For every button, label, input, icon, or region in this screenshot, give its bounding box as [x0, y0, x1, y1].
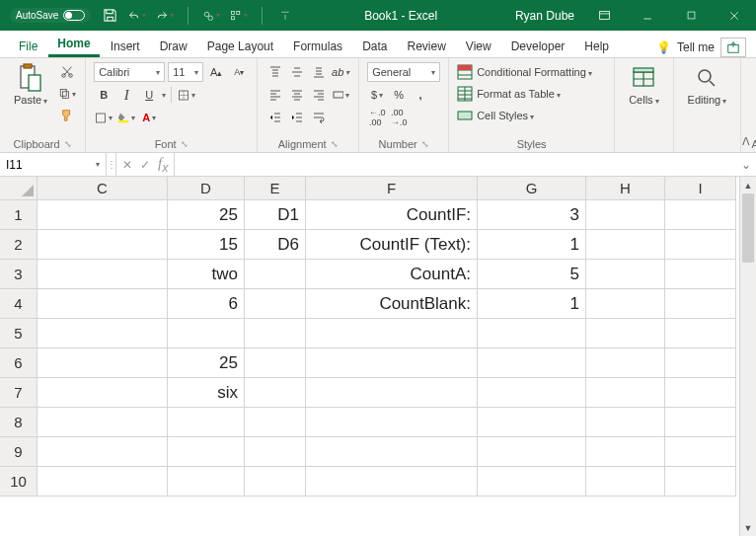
cell-I2[interactable]: [665, 230, 736, 260]
formula-input[interactable]: [175, 153, 736, 176]
cell-E6[interactable]: [245, 348, 306, 378]
cell-H6[interactable]: [586, 348, 665, 378]
qat-button-2[interactable]: [230, 7, 248, 25]
cell-H3[interactable]: [586, 260, 665, 289]
cell-H7[interactable]: [586, 378, 665, 408]
cell-I1[interactable]: [665, 200, 736, 230]
row-header-4[interactable]: 4: [0, 289, 38, 319]
save-icon[interactable]: [101, 7, 118, 25]
cell-F5[interactable]: [306, 319, 478, 348]
underline-button[interactable]: U: [139, 85, 159, 105]
cell-F4[interactable]: CountBlank:: [306, 289, 478, 319]
cell-C4[interactable]: [38, 289, 168, 319]
cell-I3[interactable]: [665, 260, 736, 289]
editing-button[interactable]: Editing: [682, 62, 733, 109]
cell-C1[interactable]: [38, 200, 168, 230]
cell-H2[interactable]: [586, 230, 665, 260]
dialog-launcher-icon[interactable]: ⤡: [64, 139, 72, 149]
align-bottom-button[interactable]: [309, 62, 329, 82]
row-header-7[interactable]: 7: [0, 378, 38, 408]
cell-C6[interactable]: [38, 348, 168, 378]
cell-E5[interactable]: [245, 319, 306, 348]
font-color-button[interactable]: A: [139, 108, 159, 127]
scroll-thumb[interactable]: [742, 193, 754, 263]
insert-function-button[interactable]: fx: [158, 155, 168, 175]
cell-H5[interactable]: [586, 319, 665, 348]
cell-H9[interactable]: [586, 437, 665, 467]
tab-insert[interactable]: Insert: [102, 34, 149, 57]
number-format-select[interactable]: General▾: [367, 62, 440, 82]
cell-F9[interactable]: [306, 437, 478, 467]
cell-G7[interactable]: [478, 378, 586, 408]
cell-C5[interactable]: [38, 319, 168, 348]
cell-I4[interactable]: [665, 289, 736, 319]
cell-F1[interactable]: CountIF:: [306, 200, 478, 230]
align-right-button[interactable]: [309, 85, 329, 105]
cell-I5[interactable]: [665, 319, 736, 348]
qat-button-1[interactable]: [202, 7, 220, 25]
fill-color-button[interactable]: [116, 108, 136, 127]
cell-D1[interactable]: 25: [168, 200, 245, 230]
scroll-down-button[interactable]: ▼: [740, 519, 756, 536]
tab-file[interactable]: File: [10, 34, 46, 57]
redo-button[interactable]: [156, 7, 174, 25]
tell-me-icon[interactable]: 💡: [656, 40, 671, 54]
row-header-8[interactable]: 8: [0, 408, 38, 437]
align-center-button[interactable]: [287, 85, 307, 105]
undo-button[interactable]: [128, 7, 146, 25]
tab-home[interactable]: Home: [48, 31, 99, 57]
row-header-2[interactable]: 2: [0, 230, 38, 260]
row-header-10[interactable]: 10: [0, 467, 38, 497]
cell-F2[interactable]: CountIF (Text):: [306, 230, 478, 260]
cell-H1[interactable]: [586, 200, 665, 230]
align-left-button[interactable]: [265, 85, 285, 105]
cells-button[interactable]: Cells: [623, 62, 664, 109]
conditional-formatting-button[interactable]: Conditional Formatting: [457, 62, 592, 82]
cell-E10[interactable]: [245, 467, 306, 497]
cell-I8[interactable]: [665, 408, 736, 437]
copy-button[interactable]: [57, 84, 77, 104]
cell-D2[interactable]: 15: [168, 230, 245, 260]
cell-D3[interactable]: two: [168, 260, 245, 289]
cell-C8[interactable]: [38, 408, 168, 437]
cell-H4[interactable]: [586, 289, 665, 319]
cell-G2[interactable]: 1: [478, 230, 586, 260]
decrease-decimal-button[interactable]: .00→.0: [389, 108, 409, 127]
cell-C10[interactable]: [38, 467, 168, 497]
cell-E9[interactable]: [245, 437, 306, 467]
col-header-I[interactable]: I: [665, 177, 736, 200]
cell-E3[interactable]: [245, 260, 306, 289]
cell-F3[interactable]: CountA:: [306, 260, 478, 289]
maximize-button[interactable]: [669, 0, 713, 31]
cell-G6[interactable]: [478, 348, 586, 378]
comma-format-button[interactable]: ,: [411, 85, 430, 105]
cell-G10[interactable]: [478, 467, 586, 497]
row-header-5[interactable]: 5: [0, 319, 38, 348]
namebox-resize[interactable]: ⋮: [107, 153, 116, 176]
cell-I7[interactable]: [665, 378, 736, 408]
cell-G1[interactable]: 3: [478, 200, 586, 230]
cell-G4[interactable]: 1: [478, 289, 586, 319]
tab-page-layout[interactable]: Page Layout: [198, 34, 282, 57]
cell-G5[interactable]: [478, 319, 586, 348]
cell-C7[interactable]: [38, 378, 168, 408]
tab-formulas[interactable]: Formulas: [284, 34, 351, 57]
increase-font-button[interactable]: A▴: [206, 62, 226, 82]
cell-E7[interactable]: [245, 378, 306, 408]
format-painter-button[interactable]: [57, 106, 77, 125]
cell-F10[interactable]: [306, 467, 478, 497]
row-header-6[interactable]: 6: [0, 348, 38, 378]
accounting-format-button[interactable]: $: [367, 85, 387, 105]
cell-G9[interactable]: [478, 437, 586, 467]
cancel-formula-button[interactable]: ✕: [122, 158, 132, 172]
row-header-9[interactable]: 9: [0, 437, 38, 467]
spreadsheet-grid[interactable]: C D E F G H I 125D1CountIF:3215D6CountIF…: [0, 177, 739, 536]
get-addins-button[interactable]: GetAdd-ins: [749, 62, 756, 132]
tab-review[interactable]: Review: [398, 34, 454, 57]
tab-help[interactable]: Help: [575, 34, 618, 57]
font-size-select[interactable]: 11▾: [168, 62, 203, 82]
wrap-text-button[interactable]: [309, 108, 329, 127]
cell-C2[interactable]: [38, 230, 168, 260]
cell-H10[interactable]: [586, 467, 665, 497]
cell-D9[interactable]: [168, 437, 245, 467]
